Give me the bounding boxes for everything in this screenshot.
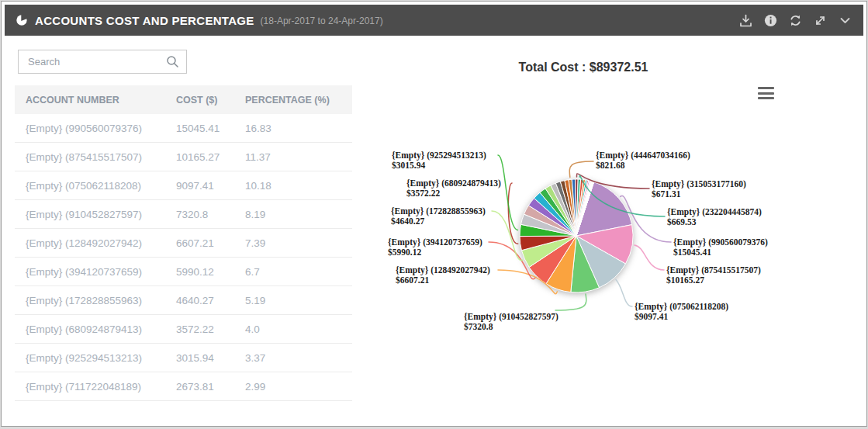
table-row: {Empty} (172828855963)4640.275.19	[15, 286, 352, 315]
pie-label-cost: $6607.21	[396, 275, 490, 285]
date-range: (18-Apr-2017 to 24-Apr-2017)	[261, 16, 383, 26]
pie-label-account: {Empty} (232204445874)	[667, 207, 762, 217]
cost-cell: 3015.94	[165, 344, 234, 372]
table-row: {Empty} (910452827597)7320.88.19	[15, 200, 352, 229]
accounts-table: ACCOUNT NUMBER COST ($) PERCENTAGE (%) {…	[15, 85, 352, 401]
table-row: {Empty} (680924879413)3572.224.0	[15, 315, 352, 344]
search-icon[interactable]	[166, 55, 179, 68]
pie-label-account: {Empty} (128492027942)	[396, 265, 490, 275]
pie-label-connector	[616, 279, 632, 306]
percentage-cell: 10.18	[234, 171, 352, 200]
pie-label-account: {Empty} (444647034166)	[596, 150, 690, 161]
pie-slice-label: {Empty} (315053177160)$671.31	[652, 179, 746, 199]
column-header-cost[interactable]: COST ($)	[165, 85, 234, 114]
refresh-icon[interactable]	[788, 13, 803, 28]
account-cell: {Empty} (394120737659)	[15, 258, 165, 286]
pie-label-account: {Empty} (910452827597)	[464, 312, 558, 322]
pie-label-connector	[492, 211, 523, 261]
pie-label-account: {Empty} (925294513213)	[392, 150, 486, 161]
pie-label-cost: $669.53	[667, 217, 762, 227]
percentage-cell: 5.19	[234, 286, 352, 315]
column-header-account-number[interactable]: ACCOUNT NUMBER	[15, 85, 165, 114]
account-cell: {Empty} (910452827597)	[15, 200, 165, 229]
cost-cell: 7320.8	[165, 200, 234, 229]
cost-cell: 15045.41	[165, 114, 234, 143]
percentage-cell: 8.19	[234, 200, 352, 229]
widget-header: ACCOUNTS COST AND PERCENTAGE (18-Apr-201…	[5, 5, 863, 36]
account-cell: {Empty} (075062118208)	[15, 171, 165, 200]
pie-label-account: {Empty} (172828855963)	[391, 206, 486, 216]
account-cell: {Empty} (925294513213)	[15, 344, 165, 372]
pie-slice-label: {Empty} (910452827597)$7320.8	[464, 312, 558, 332]
pie-slice-label: {Empty} (925294513213)$3015.94	[392, 150, 486, 171]
pie-slice-label: {Empty} (394120737659)$5990.12	[388, 237, 482, 258]
table-header-row: ACCOUNT NUMBER COST ($) PERCENTAGE (%)	[15, 85, 352, 114]
chart-context-menu-icon[interactable]	[758, 87, 774, 99]
collapse-chevron-icon[interactable]	[838, 13, 852, 28]
column-header-percentage[interactable]: PERCENTAGE (%)	[234, 85, 352, 114]
pie-label-cost: $671.31	[652, 189, 746, 199]
expand-icon[interactable]	[813, 13, 828, 28]
info-icon[interactable]	[763, 13, 778, 28]
chart-total-cost-title: Total Cost : $89372.51	[358, 61, 808, 74]
pie-slice-label: {Empty} (875415517507)$10165.27	[666, 265, 761, 285]
pie-label-cost: $3572.22	[406, 189, 501, 199]
pie-label-connector	[508, 183, 517, 244]
pie-slice-label: {Empty} (075062118208)$9097.41	[635, 302, 728, 322]
download-icon[interactable]	[738, 13, 753, 28]
pie-label-cost: $821.68	[596, 161, 690, 171]
pie-slice-label: {Empty} (680924879413)$3572.22	[406, 178, 501, 199]
pie-label-connector	[498, 155, 517, 230]
pie-label-connector	[555, 294, 586, 310]
pie-label-account: {Empty} (990560079376)	[673, 237, 768, 247]
account-cell: {Empty} (711722048189)	[15, 372, 165, 401]
pie-slice-label: {Empty} (444647034166)$821.68	[596, 150, 690, 171]
pie-label-cost: $5990.12	[388, 247, 482, 258]
table-row: {Empty} (990560079376)15045.4116.83	[15, 114, 352, 143]
pie-slice-label: {Empty} (990560079376)$15045.41	[673, 237, 768, 258]
pie-label-cost: $15045.41	[673, 247, 768, 258]
percentage-cell: 6.7	[234, 258, 352, 286]
table-row: {Empty} (711722048189)2673.812.99	[15, 372, 352, 401]
pie-label-cost: $7320.8	[464, 322, 558, 332]
table-row: {Empty} (394120737659)5990.126.7	[15, 258, 352, 286]
pie-label-account: {Empty} (875415517507)	[666, 265, 761, 275]
pie-label-cost: $4640.27	[391, 216, 486, 227]
pie-label-account: {Empty} (075062118208)	[635, 302, 728, 312]
pie-label-account: {Empty} (680924879413)	[406, 178, 501, 189]
pie-label-cost: $10165.27	[666, 275, 761, 285]
table-row: {Empty} (128492027942)6607.217.39	[15, 229, 352, 258]
percentage-cell: 3.37	[234, 344, 352, 372]
pie-label-account: {Empty} (394120737659)	[388, 237, 482, 247]
cost-cell: 6607.21	[165, 229, 234, 258]
pie-label-connector	[569, 161, 593, 177]
table-row: {Empty} (075062118208)9097.4110.18	[15, 171, 352, 200]
account-cell: {Empty} (990560079376)	[15, 114, 165, 143]
accounts-cost-widget: ACCOUNTS COST AND PERCENTAGE (18-Apr-201…	[1, 1, 867, 427]
percentage-cell: 4.0	[234, 315, 352, 344]
cost-cell: 9097.41	[165, 171, 234, 200]
account-cell: {Empty} (875415517507)	[15, 143, 165, 171]
cost-cell: 2673.81	[165, 372, 234, 401]
pie-slice-label: {Empty} (128492027942)$6607.21	[396, 265, 490, 285]
percentage-cell: 16.83	[234, 114, 352, 143]
pie-label-account: {Empty} (315053177160)	[652, 179, 746, 189]
pie-label-cost: $9097.41	[635, 312, 728, 322]
cost-cell: 3572.22	[165, 315, 234, 344]
cost-cell: 5990.12	[165, 258, 234, 286]
account-cell: {Empty} (172828855963)	[15, 286, 165, 315]
widget-title: ACCOUNTS COST AND PERCENTAGE	[35, 14, 254, 27]
search-box	[18, 50, 187, 74]
header-icon-bar	[738, 13, 852, 28]
pie-slice-label: {Empty} (172828855963)$4640.27	[391, 206, 486, 227]
cost-cell: 4640.27	[165, 286, 234, 315]
account-cell: {Empty} (128492027942)	[15, 229, 165, 258]
table-row: {Empty} (875415517507)10165.2711.37	[15, 143, 352, 171]
percentage-cell: 7.39	[234, 229, 352, 258]
table-row: {Empty} (925294513213)3015.943.37	[15, 344, 352, 372]
search-input[interactable]	[19, 56, 166, 67]
percentage-cell: 11.37	[234, 143, 352, 171]
pie-label-connector	[635, 245, 664, 270]
pie-slice-label: {Empty} (232204445874)$669.53	[667, 207, 762, 227]
percentage-cell: 2.99	[234, 372, 352, 401]
